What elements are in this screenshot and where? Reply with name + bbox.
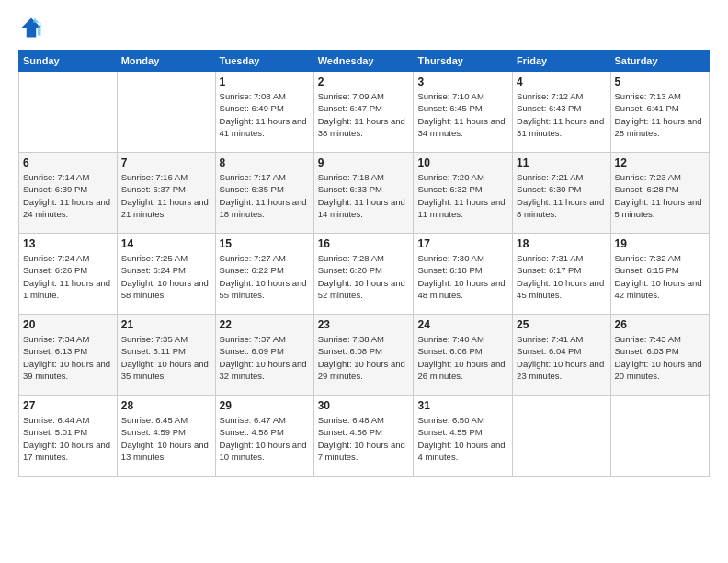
day-number: 23 [318,318,410,331]
calendar-cell: 7Sunrise: 7:16 AM Sunset: 6:37 PM Daylig… [117,153,215,234]
calendar-header-wednesday: Wednesday [313,51,414,72]
day-info: Sunrise: 7:37 AM Sunset: 6:09 PM Dayligh… [220,333,310,382]
day-info: Sunrise: 7:25 AM Sunset: 6:24 PM Dayligh… [121,252,211,301]
calendar-header-sunday: Sunday [19,51,118,72]
calendar-cell: 5Sunrise: 7:13 AM Sunset: 6:41 PM Daylig… [610,72,709,153]
day-number: 11 [517,156,606,169]
day-number: 9 [318,156,410,169]
day-number: 2 [318,75,410,88]
calendar-cell: 10Sunrise: 7:20 AM Sunset: 6:32 PM Dayli… [414,153,513,234]
logo [18,15,48,40]
day-number: 31 [417,399,508,412]
day-info: Sunrise: 7:17 AM Sunset: 6:35 PM Dayligh… [220,171,310,220]
calendar-cell: 9Sunrise: 7:18 AM Sunset: 6:33 PM Daylig… [313,153,414,234]
day-info: Sunrise: 6:45 AM Sunset: 4:59 PM Dayligh… [121,414,211,463]
logo-icon [18,15,44,40]
day-info: Sunrise: 7:09 AM Sunset: 6:47 PM Dayligh… [318,90,410,139]
calendar-cell: 19Sunrise: 7:32 AM Sunset: 6:15 PM Dayli… [610,234,709,315]
day-info: Sunrise: 7:16 AM Sunset: 6:37 PM Dayligh… [121,171,211,220]
day-number: 24 [417,318,508,331]
day-info: Sunrise: 7:31 AM Sunset: 6:17 PM Dayligh… [517,252,606,301]
page: SundayMondayTuesdayWednesdayThursdayFrid… [0,0,728,563]
day-number: 1 [220,75,310,88]
day-number: 10 [417,156,508,169]
calendar-cell [513,396,610,477]
calendar-cell: 17Sunrise: 7:30 AM Sunset: 6:18 PM Dayli… [414,234,513,315]
day-info: Sunrise: 7:35 AM Sunset: 6:11 PM Dayligh… [121,333,211,382]
calendar-week-0: 1Sunrise: 7:08 AM Sunset: 6:49 PM Daylig… [19,72,710,153]
day-number: 28 [121,399,211,412]
day-number: 29 [220,399,310,412]
day-info: Sunrise: 7:34 AM Sunset: 6:13 PM Dayligh… [23,333,113,382]
day-info: Sunrise: 7:12 AM Sunset: 6:43 PM Dayligh… [517,90,606,139]
calendar-cell: 26Sunrise: 7:43 AM Sunset: 6:03 PM Dayli… [610,315,709,396]
day-info: Sunrise: 6:47 AM Sunset: 4:58 PM Dayligh… [220,414,310,463]
day-info: Sunrise: 7:40 AM Sunset: 6:06 PM Dayligh… [417,333,508,382]
calendar-week-4: 27Sunrise: 6:44 AM Sunset: 5:01 PM Dayli… [19,396,710,477]
calendar-cell: 29Sunrise: 6:47 AM Sunset: 4:58 PM Dayli… [215,396,313,477]
day-info: Sunrise: 7:08 AM Sunset: 6:49 PM Dayligh… [220,90,310,139]
calendar-cell: 15Sunrise: 7:27 AM Sunset: 6:22 PM Dayli… [215,234,313,315]
day-info: Sunrise: 6:50 AM Sunset: 4:55 PM Dayligh… [417,414,508,463]
day-number: 13 [23,237,113,250]
calendar-week-2: 13Sunrise: 7:24 AM Sunset: 6:26 PM Dayli… [19,234,710,315]
calendar-cell: 2Sunrise: 7:09 AM Sunset: 6:47 PM Daylig… [313,72,414,153]
day-number: 3 [417,75,508,88]
day-info: Sunrise: 7:27 AM Sunset: 6:22 PM Dayligh… [220,252,310,301]
calendar-header-monday: Monday [117,51,215,72]
calendar-cell: 20Sunrise: 7:34 AM Sunset: 6:13 PM Dayli… [19,315,118,396]
calendar-cell: 3Sunrise: 7:10 AM Sunset: 6:45 PM Daylig… [414,72,513,153]
calendar-cell: 22Sunrise: 7:37 AM Sunset: 6:09 PM Dayli… [215,315,313,396]
day-info: Sunrise: 7:43 AM Sunset: 6:03 PM Dayligh… [615,333,705,382]
calendar-cell [117,72,215,153]
day-number: 6 [23,156,113,169]
day-info: Sunrise: 7:13 AM Sunset: 6:41 PM Dayligh… [615,90,705,139]
calendar-cell: 11Sunrise: 7:21 AM Sunset: 6:30 PM Dayli… [513,153,610,234]
day-number: 27 [23,399,113,412]
day-number: 15 [220,237,310,250]
day-number: 14 [121,237,211,250]
day-info: Sunrise: 7:30 AM Sunset: 6:18 PM Dayligh… [417,252,508,301]
day-info: Sunrise: 6:48 AM Sunset: 4:56 PM Dayligh… [318,414,410,463]
day-info: Sunrise: 7:28 AM Sunset: 6:20 PM Dayligh… [318,252,410,301]
calendar-cell: 8Sunrise: 7:17 AM Sunset: 6:35 PM Daylig… [215,153,313,234]
day-number: 5 [615,75,705,88]
calendar-cell: 16Sunrise: 7:28 AM Sunset: 6:20 PM Dayli… [313,234,414,315]
day-info: Sunrise: 7:41 AM Sunset: 6:04 PM Dayligh… [517,333,606,382]
calendar-week-3: 20Sunrise: 7:34 AM Sunset: 6:13 PM Dayli… [19,315,710,396]
day-info: Sunrise: 7:18 AM Sunset: 6:33 PM Dayligh… [318,171,410,220]
day-number: 19 [615,237,705,250]
day-number: 30 [318,399,410,412]
calendar-cell: 27Sunrise: 6:44 AM Sunset: 5:01 PM Dayli… [19,396,118,477]
calendar-header-friday: Friday [513,51,610,72]
calendar-cell: 12Sunrise: 7:23 AM Sunset: 6:28 PM Dayli… [610,153,709,234]
day-info: Sunrise: 7:38 AM Sunset: 6:08 PM Dayligh… [318,333,410,382]
calendar-cell: 28Sunrise: 6:45 AM Sunset: 4:59 PM Dayli… [117,396,215,477]
day-info: Sunrise: 7:23 AM Sunset: 6:28 PM Dayligh… [615,171,705,220]
day-info: Sunrise: 6:44 AM Sunset: 5:01 PM Dayligh… [23,414,113,463]
day-number: 26 [615,318,705,331]
calendar-header-saturday: Saturday [610,51,709,72]
calendar-cell: 4Sunrise: 7:12 AM Sunset: 6:43 PM Daylig… [513,72,610,153]
day-info: Sunrise: 7:21 AM Sunset: 6:30 PM Dayligh… [517,171,606,220]
calendar-cell: 24Sunrise: 7:40 AM Sunset: 6:06 PM Dayli… [414,315,513,396]
day-number: 7 [121,156,211,169]
calendar-cell: 13Sunrise: 7:24 AM Sunset: 6:26 PM Dayli… [19,234,118,315]
calendar-header-tuesday: Tuesday [215,51,313,72]
calendar-cell: 23Sunrise: 7:38 AM Sunset: 6:08 PM Dayli… [313,315,414,396]
day-info: Sunrise: 7:14 AM Sunset: 6:39 PM Dayligh… [23,171,113,220]
calendar-header-thursday: Thursday [414,51,513,72]
calendar: SundayMondayTuesdayWednesdayThursdayFrid… [18,50,710,477]
day-info: Sunrise: 7:24 AM Sunset: 6:26 PM Dayligh… [23,252,113,301]
calendar-cell: 1Sunrise: 7:08 AM Sunset: 6:49 PM Daylig… [215,72,313,153]
day-number: 18 [517,237,606,250]
day-number: 17 [417,237,508,250]
day-number: 21 [121,318,211,331]
day-number: 20 [23,318,113,331]
day-number: 12 [615,156,705,169]
calendar-cell: 21Sunrise: 7:35 AM Sunset: 6:11 PM Dayli… [117,315,215,396]
calendar-cell: 30Sunrise: 6:48 AM Sunset: 4:56 PM Dayli… [313,396,414,477]
calendar-header-row: SundayMondayTuesdayWednesdayThursdayFrid… [19,51,710,72]
calendar-cell: 6Sunrise: 7:14 AM Sunset: 6:39 PM Daylig… [19,153,118,234]
calendar-cell [610,396,709,477]
